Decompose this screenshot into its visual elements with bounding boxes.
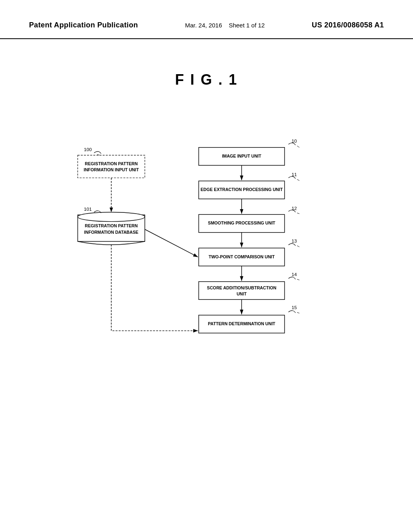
page: Patent Application Publication Mar. 24, … — [0, 0, 413, 532]
ref-14: 14 — [292, 272, 297, 277]
tick-13 — [288, 243, 295, 245]
label-100b: INFORMATION INPUT UNIT — [84, 167, 139, 172]
tick-14 — [288, 277, 295, 279]
label-12: SMOOTHING PROCESSING UNIT — [208, 220, 276, 225]
sheet-label: Sheet 1 of 12 — [229, 22, 265, 29]
page-header: Patent Application Publication Mar. 24, … — [0, 0, 413, 39]
label-10: IMAGE INPUT UNIT — [222, 153, 261, 158]
diagram-container: 100 101 10 11 12 13 14 15 — [0, 108, 413, 350]
arrow-101-13 — [145, 229, 198, 257]
ref-13: 13 — [292, 238, 297, 243]
ref-15: 15 — [292, 305, 297, 310]
tick-100 — [94, 151, 101, 153]
box-101-top — [78, 212, 145, 221]
diagram-svg: 100 101 10 11 12 13 14 15 — [41, 108, 372, 350]
label-14b: UNIT — [237, 291, 247, 296]
label-11: EDGE EXTRACTION PROCESSING UNIT — [200, 187, 283, 192]
figure-title: F I G . 1 — [0, 71, 413, 88]
ref-101: 101 — [84, 206, 92, 211]
label-13: TWO-POINT COMPARISON UNIT — [209, 254, 275, 259]
box-101-bottom — [78, 241, 145, 245]
label-101a: REGISTRATION PATTERN — [85, 223, 138, 228]
box-100 — [78, 155, 145, 178]
arrow-101-15 — [111, 244, 198, 330]
patent-number: US 2016/0086058 A1 — [312, 21, 384, 29]
ref-100: 100 — [84, 147, 92, 152]
date-label: Mar. 24, 2016 — [185, 22, 222, 29]
box-14 — [199, 281, 285, 299]
label-101b: INFORMATION DATABASE — [84, 229, 139, 234]
sheet-info: Mar. 24, 2016 Sheet 1 of 12 — [185, 21, 265, 30]
publication-label: Patent Application Publication — [29, 21, 138, 29]
label-100a: REGISTRATION PATTERN — [85, 161, 138, 166]
label-15: PATTERN DETERMINATION UNIT — [208, 321, 276, 326]
label-14a: SCORE ADDITION/SUBTRACTION — [207, 285, 276, 290]
tick-15 — [288, 310, 295, 312]
